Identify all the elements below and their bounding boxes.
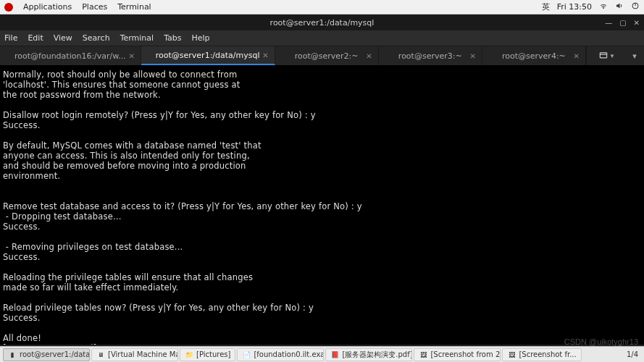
image-icon: 🖼: [507, 350, 516, 359]
menu-search[interactable]: Search: [83, 33, 110, 43]
tab-label: root@foundation16:/var/w...: [14, 51, 126, 61]
taskbar-item-label: [Virtual Machine Manag...: [108, 350, 178, 358]
menu-tabs[interactable]: Tabs: [164, 33, 181, 43]
close-icon[interactable]: ✕: [262, 51, 268, 59]
close-icon[interactable]: ✕: [366, 52, 372, 60]
menu-file[interactable]: File: [4, 33, 17, 43]
taskbar-item-label: [Screenshot fr...: [519, 350, 576, 358]
tab-label: root@server4:~: [502, 51, 566, 61]
menu-applications[interactable]: Applications: [23, 2, 72, 12]
vm-icon: 🖥: [96, 350, 105, 359]
menu-terminal[interactable]: Terminal: [120, 33, 154, 43]
document-icon: 📄: [242, 350, 251, 359]
window-maximize-button[interactable]: ▢: [619, 19, 626, 27]
terminal-icon: ▮: [8, 350, 17, 359]
taskbar: ▮ root@server1:/data/m... 🖥 [Virtual Mac…: [0, 346, 644, 362]
taskbar-item-label: [foundation0.ilt.exampl...: [254, 350, 324, 358]
pdf-icon: 📕: [330, 350, 339, 359]
close-icon[interactable]: ✕: [128, 52, 134, 60]
input-method-indicator[interactable]: 英: [542, 1, 550, 12]
tab-server1[interactable]: root@server1:/data/mysql ✕: [141, 46, 275, 65]
clock-label[interactable]: Fri 13:50: [557, 2, 592, 12]
tab-overflow-button[interactable]: ▾: [625, 46, 644, 65]
workspace-pager[interactable]: 1/4: [624, 350, 641, 358]
taskbar-item-pictures[interactable]: 📁 [Pictures]: [180, 348, 235, 361]
menu-help[interactable]: Help: [192, 33, 210, 43]
gnome-topbar: Applications Places Terminal 英 Fri 13:50: [0, 0, 644, 14]
taskbar-item-screenshot-1[interactable]: 🖼 [Screenshot from 202...: [414, 348, 501, 361]
tab-bar: root@foundation16:/var/w... ✕ root@serve…: [0, 46, 644, 65]
terminal-output[interactable]: Normally, root should only be allowed to…: [0, 65, 644, 345]
taskbar-item-screenshot-2[interactable]: 🖼 [Screenshot fr...: [502, 348, 581, 361]
taskbar-item-pdf[interactable]: 📕 [服务器架构演变.pdf]: [325, 348, 412, 361]
image-icon: 🖼: [419, 350, 427, 359]
tab-label: root@server1:/data/mysql: [156, 51, 260, 60]
close-icon[interactable]: ✕: [469, 52, 475, 60]
redhat-logo-icon: [4, 3, 13, 12]
menu-view[interactable]: View: [54, 33, 72, 43]
wifi-icon[interactable]: [599, 1, 608, 12]
window-close-button[interactable]: ✕: [634, 19, 640, 27]
power-icon[interactable]: [631, 1, 640, 12]
window-minimize-button[interactable]: —: [605, 19, 612, 27]
folder-icon: 📁: [185, 350, 193, 359]
taskbar-item-terminal[interactable]: ▮ root@server1:/data/m...: [3, 348, 90, 361]
terminal-text: Normally, root should only be allowed to…: [3, 70, 362, 345]
svg-point-0: [603, 7, 603, 8]
window-title: root@server1:/data/mysql: [270, 18, 375, 28]
tab-server2[interactable]: root@server2:~ ✕: [275, 46, 379, 65]
menu-edit[interactable]: Edit: [28, 33, 43, 43]
window-titlebar: root@server1:/data/mysql — ▢ ✕: [0, 14, 644, 30]
menu-bar: File Edit View Search Terminal Tabs Help: [0, 30, 644, 46]
close-icon[interactable]: ✕: [574, 52, 580, 60]
taskbar-item-label: [Screenshot from 202...: [430, 350, 501, 358]
volume-icon[interactable]: [615, 1, 624, 12]
tab-server-foundation16[interactable]: root@foundation16:/var/w... ✕: [0, 46, 141, 65]
menu-places[interactable]: Places: [82, 2, 107, 12]
taskbar-item-label: [服务器架构演变.pdf]: [342, 350, 412, 360]
tab-server3[interactable]: root@server3:~ ✕: [379, 46, 482, 65]
taskbar-item-label: [Pictures]: [196, 350, 230, 358]
taskbar-item-foundation0[interactable]: 📄 [foundation0.ilt.exampl...: [237, 348, 324, 361]
menu-app-terminal[interactable]: Terminal: [117, 2, 151, 12]
new-tab-menu-button[interactable]: ▾: [586, 46, 625, 65]
taskbar-item-label: root@server1:/data/m...: [20, 350, 90, 358]
taskbar-item-virt-manager[interactable]: 🖥 [Virtual Machine Manag...: [91, 348, 178, 361]
svg-rect-3: [600, 53, 606, 58]
tab-label: root@server3:~: [398, 51, 462, 61]
tab-server4[interactable]: root@server4:~ ✕: [482, 46, 586, 65]
tab-label: root@server2:~: [295, 51, 359, 61]
